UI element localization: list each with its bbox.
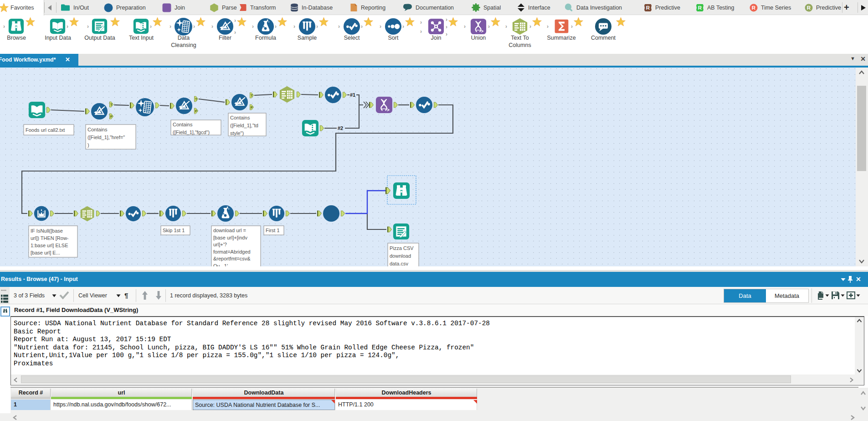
svg-text:Contains: Contains [87, 127, 108, 132]
svg-text:First 1: First 1 [266, 228, 280, 233]
svg-text:([Field_1],"href=": ([Field_1],"href=" [87, 135, 125, 140]
svg-text:Contains: Contains [230, 115, 250, 120]
svg-text:#1: #1 [350, 92, 355, 98]
svg-text:R: R [807, 5, 811, 10]
svg-text:data.csv: data.csv [390, 261, 408, 266]
svg-text:T: T [251, 94, 253, 98]
svg-text:1:base url] ELSE: 1:base url] ELSE [31, 243, 68, 248]
svg-text:Pizza CSV: Pizza CSV [390, 245, 414, 251]
svg-text:F: F [195, 109, 197, 113]
svg-text:#2: #2 [338, 125, 343, 131]
svg-text:url]+'?: url]+'? [213, 242, 227, 247]
svg-text:T: T [195, 97, 197, 101]
svg-text:style"): style") [230, 130, 244, 136]
svg-text:R: R [752, 5, 756, 10]
svg-text:T: T [110, 103, 113, 107]
svg-text:R: R [646, 5, 650, 10]
svg-text:R: R [698, 5, 702, 10]
svg-text:format=Abridged: format=Abridged [213, 249, 251, 255]
svg-text:([Field_1],"fgcd"): ([Field_1],"fgcd") [173, 130, 210, 135]
svg-text:Foods url call2.txt: Foods url call2.txt [26, 127, 65, 133]
svg-text:download: download [390, 253, 411, 259]
svg-text:Contains: Contains [173, 122, 193, 127]
svg-text:): ) [87, 142, 89, 148]
svg-text:download url =: download url = [213, 228, 246, 233]
svg-text:([Field_1],"td: ([Field_1],"td [230, 123, 258, 128]
svg-text:Qu...1': Qu...1' [213, 263, 228, 267]
svg-text:F: F [110, 114, 113, 119]
svg-text:[base url]+[indv: [base url]+[indv [213, 235, 247, 240]
svg-text:[base url] E...: [base url] E... [31, 250, 60, 255]
svg-text:F: F [251, 105, 253, 109]
svg-text:&reportfmt=csv&: &reportfmt=csv& [213, 256, 251, 261]
svg-text:IF IsNull([base: IF IsNull([base [31, 228, 63, 234]
svg-text:url]) THEN [Row-: url]) THEN [Row- [31, 235, 69, 241]
svg-text:Skip 1st 1: Skip 1st 1 [163, 228, 185, 233]
